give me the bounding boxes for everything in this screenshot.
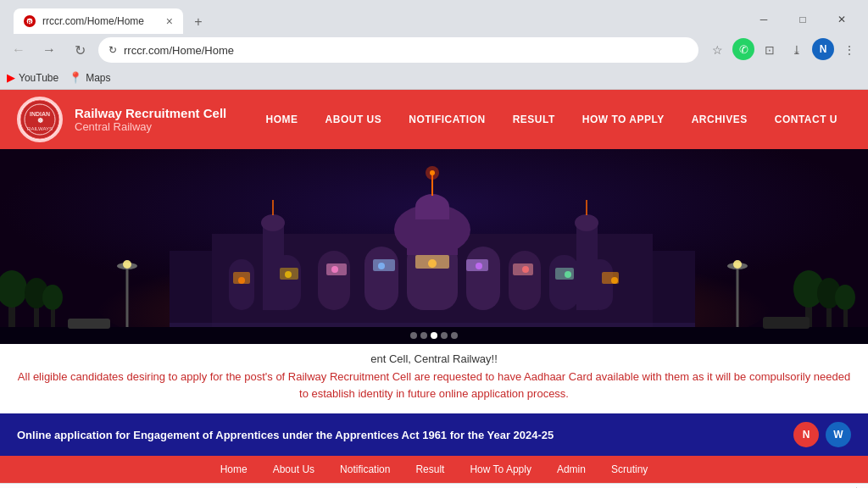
nav-how-to-apply[interactable]: HOW TO APPLY <box>569 90 678 149</box>
youtube-icon: ▶ <box>7 71 15 84</box>
svg-rect-62 <box>555 268 574 280</box>
footer-nav-scrutiny[interactable]: Scrutiny <box>611 463 648 475</box>
svg-rect-61 <box>513 263 533 275</box>
refresh-button[interactable]: ↻ <box>68 38 92 62</box>
svg-rect-60 <box>466 259 488 271</box>
logo: INDIAN ☸ RAILWAYS <box>17 97 63 142</box>
maps-icon: 📍 <box>69 71 82 84</box>
nav-home[interactable]: HOME <box>253 90 312 149</box>
footer-nav-about[interactable]: About Us <box>273 463 314 475</box>
back-button[interactable]: ← <box>7 38 31 62</box>
footer-nav: Home About Us Notification Result How To… <box>0 456 868 483</box>
svg-rect-40 <box>263 225 284 310</box>
banner-badges: N W <box>793 422 851 447</box>
org-name-line1: Railway Recruitment Cell <box>75 106 226 120</box>
profile-button[interactable]: N <box>812 38 834 60</box>
hero-scene <box>0 149 868 344</box>
announcement-banner: Online application for Engagement of App… <box>0 413 868 456</box>
minimize-button[interactable]: ─ <box>744 8 783 31</box>
new-tab-button[interactable]: + <box>186 10 210 34</box>
svg-point-74 <box>420 332 427 339</box>
maximize-button[interactable]: □ <box>783 8 822 31</box>
svg-rect-30 <box>509 251 541 310</box>
close-button[interactable]: ✕ <box>822 8 861 31</box>
tab-bar: R rrccr.com/Home/Home × + <box>7 5 737 34</box>
svg-rect-29 <box>466 247 500 310</box>
logo-area: INDIAN ☸ RAILWAYS Railway Recruitment Ce… <box>17 97 226 142</box>
nav-about[interactable]: ABOUT US <box>312 90 396 149</box>
title-bar: R rrccr.com/Home/Home × + ─ □ ✕ <box>0 0 868 34</box>
menu-button[interactable]: ⋮ <box>837 38 861 62</box>
footer-nav-notification[interactable]: Notification <box>340 463 390 475</box>
svg-text:RAILWAYS: RAILWAYS <box>27 126 53 131</box>
nav-result[interactable]: RESULT <box>499 90 569 149</box>
nav-contact[interactable]: CONTACT U <box>761 90 851 149</box>
bookmarks-bar: ▶ YouTube 📍 Maps <box>0 66 868 90</box>
site-header: INDIAN ☸ RAILWAYS Railway Recruitment Ce… <box>0 90 868 149</box>
secure-icon: ↻ <box>108 44 117 56</box>
org-name-line2: Central Railway <box>75 120 226 133</box>
download-button[interactable]: ⤓ <box>785 38 809 62</box>
org-name: Railway Recruitment Cell Central Railway <box>75 106 226 133</box>
tab-favicon: R <box>24 15 36 27</box>
notice-text: All eligible candidates desiring to appl… <box>17 369 851 402</box>
svg-rect-36 <box>415 207 449 219</box>
content-area: ent Cell, Central Railway!! All eligible… <box>0 344 868 413</box>
address-actions: ☆ ✆ ⊡ ⤓ N ⋮ <box>705 38 861 62</box>
svg-point-67 <box>123 260 131 269</box>
footer-nav-how-to-apply[interactable]: How To Apply <box>470 463 531 475</box>
browser-chrome: R rrccr.com/Home/Home × + ─ □ ✕ ← → ↻ ↻ … <box>0 0 868 90</box>
svg-rect-64 <box>170 323 695 327</box>
hero-banner <box>0 149 868 344</box>
start-button[interactable] <box>7 485 37 489</box>
badge-new[interactable]: N <box>793 422 819 447</box>
svg-point-76 <box>441 332 448 339</box>
window-controls: ─ □ ✕ <box>744 8 861 31</box>
svg-rect-71 <box>68 319 110 329</box>
tab-close-button[interactable]: × <box>166 14 173 28</box>
svg-rect-59 <box>415 255 449 269</box>
svg-rect-58 <box>373 259 395 271</box>
svg-point-15 <box>42 285 63 310</box>
url-bar[interactable]: ↻ rrccr.com/Home/Home <box>98 37 698 63</box>
cast-button[interactable]: ⊡ <box>758 38 782 62</box>
nav-archives[interactable]: ARCHIVES <box>678 90 761 149</box>
footer-nav-admin[interactable]: Admin <box>557 463 586 475</box>
whatsapp-button[interactable]: ✆ <box>732 38 754 60</box>
tab-title: rrccr.com/Home/Home <box>42 15 159 27</box>
svg-rect-72 <box>763 317 810 329</box>
svg-rect-24 <box>229 259 254 310</box>
badge-w[interactable]: W <box>826 422 851 447</box>
svg-point-39 <box>426 166 439 180</box>
bookmark-maps[interactable]: 📍 Maps <box>69 71 110 84</box>
svg-text:R: R <box>28 19 32 25</box>
svg-point-73 <box>410 332 417 339</box>
svg-rect-26 <box>318 251 350 310</box>
svg-rect-31 <box>549 255 579 310</box>
svg-rect-56 <box>280 268 298 280</box>
svg-rect-43 <box>576 225 598 310</box>
svg-text:☸: ☸ <box>37 117 43 125</box>
bookmark-youtube[interactable]: ▶ YouTube <box>7 71 58 84</box>
footer-nav-home[interactable]: Home <box>220 463 248 475</box>
maps-label: Maps <box>86 72 110 84</box>
browser-tab[interactable]: R rrccr.com/Home/Home × <box>14 8 183 34</box>
bookmark-button[interactable]: ☆ <box>705 38 729 62</box>
svg-point-70 <box>733 260 742 269</box>
banner-text: Online application for Engagement of App… <box>17 429 793 441</box>
marquee-text: ent Cell, Central Railway!! <box>17 352 851 365</box>
nav-notification[interactable]: NOTIFICATION <box>395 90 498 149</box>
svg-point-21 <box>835 285 855 310</box>
svg-text:INDIAN: INDIAN <box>30 111 50 117</box>
svg-rect-34 <box>407 230 458 255</box>
footer-nav-result[interactable]: Result <box>415 463 444 475</box>
svg-point-75 <box>431 332 437 339</box>
forward-button[interactable]: → <box>37 38 61 62</box>
svg-rect-55 <box>233 272 250 284</box>
taskbar: 🔍 Search 🐕 🖥️ 📧 🌐 📁 🛍️ 💻 ⬛ 💬 🔵 🎵 34°C Mo… <box>0 483 868 488</box>
url-text: rrccr.com/Home/Home <box>124 44 688 57</box>
svg-rect-57 <box>326 263 347 275</box>
svg-point-77 <box>451 332 458 339</box>
nav-menu: HOME ABOUT US NOTIFICATION RESULT HOW TO… <box>253 90 851 149</box>
youtube-label: YouTube <box>19 72 58 84</box>
